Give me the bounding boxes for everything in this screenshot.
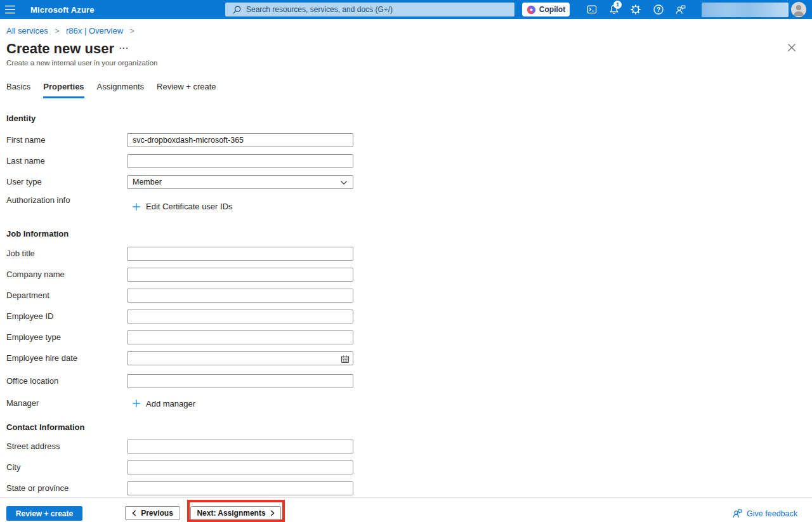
previous-button[interactable]: Previous <box>125 506 180 520</box>
job-title-input[interactable] <box>127 247 353 261</box>
employee-hire-date-input[interactable] <box>127 351 353 365</box>
form-row-employee-hire-date: Employee hire date <box>0 351 812 365</box>
form-row-department: Department <box>0 289 812 303</box>
copilot-button[interactable]: Copilot <box>522 3 570 16</box>
copilot-icon <box>527 5 536 15</box>
plus-icon <box>132 202 141 211</box>
field-label: Department <box>0 289 127 303</box>
field-label: User type <box>0 175 127 189</box>
breadcrumb: All services > r86x | Overview > <box>6 26 139 36</box>
give-feedback-link[interactable]: Give feedback <box>732 508 797 519</box>
user-type-input[interactable]: Member <box>127 175 353 189</box>
form-row-city: City <box>0 460 812 474</box>
form-content: IdentityFirst namesvc-dropboxdash-micros… <box>0 96 812 502</box>
hamburger-menu-icon[interactable] <box>4 4 16 15</box>
field-label: Last name <box>0 154 127 168</box>
form-row-employee-type: Employee type <box>0 330 812 344</box>
breadcrumb-overview[interactable]: r86x | Overview <box>66 26 123 36</box>
field-label: Authorization info <box>0 196 127 205</box>
employee-id-input[interactable] <box>127 310 353 323</box>
close-icon[interactable] <box>787 43 796 52</box>
feedback-icon[interactable] <box>675 4 686 15</box>
form-row-employee-id: Employee ID <box>0 310 812 323</box>
form-row-company-name: Company name <box>0 268 812 282</box>
field-label: Manager <box>0 395 127 412</box>
form-row-street-address: Street address <box>0 440 812 453</box>
form-row-user-type: User typeMember <box>0 175 812 189</box>
section-heading-job-information: Job Information <box>6 230 812 238</box>
page-subtitle: Create a new internal user in your organ… <box>6 59 157 67</box>
field-label: Job title <box>0 247 127 261</box>
settings-gear-icon[interactable] <box>630 4 641 15</box>
city-input[interactable] <box>127 460 353 474</box>
form-row-job-title: Job title <box>0 247 812 261</box>
section-heading-contact-information: Contact Information <box>6 423 812 431</box>
top-bar: Microsoft Azure Search resources, servic… <box>0 0 812 19</box>
account-info-blurred[interactable] <box>702 3 789 17</box>
footer-bar: Review + create Previous Next: Assignmen… <box>0 497 812 522</box>
field-label: Street address <box>0 440 127 453</box>
chevron-down-icon <box>340 180 348 185</box>
breadcrumb-separator: > <box>55 27 59 36</box>
breadcrumb-all-services[interactable]: All services <box>6 26 48 36</box>
give-feedback-icon <box>732 508 743 519</box>
svg-text:?: ? <box>657 6 660 13</box>
page-title: Create new user <box>6 41 114 57</box>
edit-certificate-user-ids-link[interactable]: Edit Certificate user IDs <box>132 202 233 211</box>
plus-icon <box>132 399 141 408</box>
office-location-input[interactable] <box>127 374 353 388</box>
department-input[interactable] <box>127 289 353 303</box>
form-row-office-location: Office location <box>0 374 812 388</box>
calendar-icon <box>341 355 350 363</box>
street-address-input[interactable] <box>127 440 353 453</box>
employee-type-input[interactable] <box>127 330 353 344</box>
last-name-input[interactable] <box>127 154 353 168</box>
company-name-input[interactable] <box>127 268 353 282</box>
first-name-input[interactable]: svc-dropboxdash-microsoft-365 <box>127 133 353 147</box>
form-row-authorization-info: Authorization infoEdit Certificate user … <box>0 196 812 214</box>
search-icon <box>232 5 242 15</box>
breadcrumb-separator: > <box>130 27 134 36</box>
field-label: First name <box>0 133 127 147</box>
field-label: Office location <box>0 374 127 388</box>
section-heading-identity: Identity <box>6 114 812 122</box>
field-label: State or province <box>0 481 127 495</box>
chevron-left-icon <box>132 510 136 516</box>
help-icon[interactable]: ? <box>653 4 664 15</box>
form-row-state-or-province: State or province <box>0 481 812 495</box>
form-row-last-name: Last name <box>0 154 812 168</box>
review-create-button[interactable]: Review + create <box>6 506 82 521</box>
brand-title[interactable]: Microsoft Azure <box>30 5 95 15</box>
avatar[interactable] <box>791 2 806 17</box>
form-row-manager: ManagerAdd manager <box>0 395 812 412</box>
field-label: Employee type <box>0 330 127 344</box>
annotation-highlight-box <box>187 500 285 522</box>
field-label: Employee ID <box>0 310 127 323</box>
field-label: Company name <box>0 268 127 282</box>
state-or-province-input[interactable] <box>127 481 353 495</box>
cloud-shell-icon[interactable] <box>586 4 598 15</box>
search-placeholder: Search resources, services, and docs (G+… <box>246 5 393 14</box>
form-row-first-name: First namesvc-dropboxdash-microsoft-365 <box>0 133 812 147</box>
more-actions-button[interactable]: ... <box>119 41 129 51</box>
field-label: City <box>0 460 127 474</box>
global-search-input[interactable]: Search resources, services, and docs (G+… <box>225 3 514 16</box>
field-label: Employee hire date <box>0 351 127 365</box>
add-manager-link[interactable]: Add manager <box>132 395 195 412</box>
notification-badge: 1 <box>613 1 622 9</box>
